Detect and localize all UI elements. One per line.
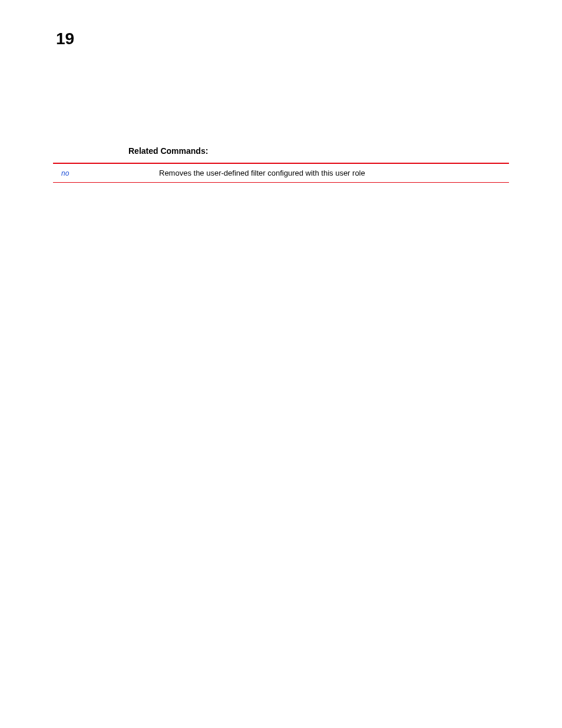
table-row: no Removes the user-defined filter confi…: [53, 164, 509, 182]
page-number: 19: [56, 29, 74, 48]
command-link-no[interactable]: no: [53, 169, 159, 177]
related-commands-table: no Removes the user-defined filter confi…: [53, 163, 509, 183]
section-heading: Related Commands:: [128, 146, 509, 156]
command-description: Removes the user-defined filter configur…: [159, 169, 509, 177]
content-area: Related Commands: no Removes the user-de…: [53, 146, 509, 183]
